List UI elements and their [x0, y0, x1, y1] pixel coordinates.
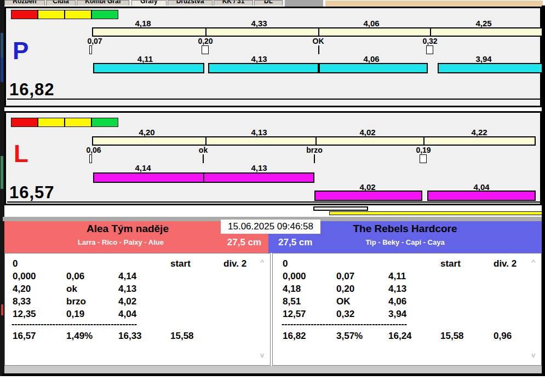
list-cell: 0,07 — [336, 270, 354, 283]
scroll-up-icon[interactable]: ^ — [531, 258, 536, 266]
l-sensor-marker-box — [420, 154, 427, 163]
l-split-label: 4,20 — [125, 128, 169, 137]
l-event-label: 0,19 — [401, 146, 445, 154]
status-light-red — [11, 10, 38, 19]
desktop-fragment — [1, 57, 3, 82]
l-event-label: ok — [181, 146, 225, 154]
p-split-label: 4,33 — [237, 19, 281, 28]
p-leg-bar — [319, 63, 428, 73]
status-light-yellow-1 — [38, 10, 65, 19]
lane-l-panel: 4,20 4,13 4,02 4,22 0,06 ok brzo 0,19 4,… — [4, 111, 542, 205]
lane-p-total-time: 16,82 — [9, 80, 55, 100]
list-cell: 3,94 — [388, 308, 406, 320]
l-sensor-marker-tick — [203, 154, 204, 163]
l-event-label: brzo — [292, 146, 336, 154]
l-split-bar — [92, 136, 536, 146]
list-separator: ----------------------------------------… — [12, 319, 137, 329]
p-split-bar — [92, 27, 545, 37]
list-cell: 4,20 — [13, 283, 31, 295]
tab-kk-31[interactable]: KK / 31 — [214, 0, 253, 5]
p-leg-label: 4,11 — [123, 54, 167, 64]
l-inner-baseline — [7, 201, 540, 203]
l-split-divider — [205, 137, 206, 145]
p-leg-label: 4,13 — [237, 54, 281, 64]
l-sensor-marker-tick — [314, 154, 315, 163]
lane-l-total-time: 16,57 — [9, 183, 55, 203]
tab-grafy[interactable]: Grafy — [131, 0, 167, 5]
list-cell: 4,13 — [118, 283, 136, 295]
p-sensor-marker-box — [426, 45, 433, 54]
list-cell: start — [170, 258, 191, 270]
p-leg-bar — [438, 63, 543, 73]
p-split-label: 4,06 — [349, 19, 393, 28]
scroll-down-icon[interactable]: v — [260, 351, 264, 359]
list-cell: brzo — [66, 296, 86, 308]
list-cell: 4,06 — [388, 296, 406, 308]
status-light-yellow-2 — [65, 118, 91, 127]
tab-bar: Rozbeh Cidla Kombi Graf Grafy Druzstva K… — [4, 0, 285, 5]
l-leg-label: 4,14 — [121, 163, 165, 172]
list-cell: div. 2 — [223, 258, 246, 270]
list-cell: 0,20 — [336, 283, 354, 295]
summary-cell: 15,58 — [170, 330, 194, 342]
summary-cell: 16,33 — [118, 330, 142, 342]
datetime-box: 15.06.2025 09:46:58 — [221, 220, 320, 234]
list-cell: 4,11 — [388, 270, 406, 283]
team-left-result-list[interactable]: 0 start div. 2 0,000 0,06 4,14 4,20 ok 4… — [4, 253, 271, 366]
p-sensor-marker-thin — [89, 45, 92, 54]
summary-cell: 0,96 — [494, 330, 512, 342]
status-light-yellow-2 — [65, 10, 91, 19]
tab-kombi-graf[interactable]: Kombi Graf — [77, 0, 129, 5]
list-cell: 0 — [283, 258, 288, 270]
list-cell: 0,32 — [336, 308, 354, 320]
tab-dl[interactable]: DL — [254, 0, 283, 5]
p-event-label: 0,20 — [183, 37, 227, 45]
summary-cell: 15,58 — [440, 330, 464, 342]
team-right-jump-height: 27,5 cm — [278, 237, 312, 248]
overflow-bar-white — [313, 206, 368, 211]
l-sensor-marker-thin — [89, 154, 92, 163]
status-light-green — [91, 118, 118, 127]
l-event-label: 0,06 — [72, 146, 116, 154]
team-left-jump-height: 27,5 cm — [219, 237, 269, 248]
list-cell: 4,18 — [283, 283, 301, 295]
list-cell: 0,19 — [66, 308, 84, 320]
status-light-red — [11, 118, 38, 127]
scroll-up-icon[interactable]: ^ — [260, 258, 265, 266]
p-inner-baseline — [7, 99, 540, 100]
summary-cell: 3,57% — [336, 330, 363, 342]
list-cell: start — [440, 258, 461, 270]
list-cell: div. 2 — [494, 258, 517, 270]
l-split-divider — [423, 137, 424, 145]
tab-rozbeh[interactable]: Rozbeh — [4, 0, 45, 5]
l-split-divider — [315, 137, 317, 145]
desktop-fragment — [1, 156, 3, 189]
lane-p-letter: P — [13, 40, 28, 62]
l-split-label: 4,02 — [346, 128, 389, 137]
list-cell: 12,35 — [13, 308, 36, 320]
tab-label: KK / 31 — [214, 0, 253, 5]
list-cell: 4,14 — [118, 270, 136, 283]
l-leg-bar — [427, 191, 536, 201]
scroll-down-icon[interactable]: v — [531, 351, 535, 359]
desktop-edge-strip — [0, 0, 4, 376]
team-right-result-list[interactable]: 0 start div. 2 0,000 0,07 4,11 4,18 0,20… — [272, 253, 542, 366]
tab-cidla[interactable]: Cidla — [46, 0, 76, 5]
l-split-label: 4,13 — [237, 128, 281, 137]
tab-label: Druzstva — [168, 0, 212, 5]
p-leg-bar — [93, 63, 204, 73]
p-sensor-marker-box — [202, 45, 209, 54]
list-cell: 0 — [13, 258, 18, 270]
l-split-label: 4,22 — [457, 128, 501, 137]
window-border-bottom — [2, 373, 545, 376]
summary-cell: 16,82 — [283, 330, 306, 342]
p-sensor-marker-tick — [318, 45, 319, 54]
l-leg-bar — [93, 172, 204, 183]
summary-cell: 16,57 — [13, 330, 36, 342]
l-leg-label: 4,13 — [237, 163, 281, 172]
horizontal-scrollbar[interactable] — [4, 366, 542, 373]
p-leg-label: 4,06 — [349, 54, 393, 64]
list-cell: 0,000 — [13, 270, 36, 283]
list-cell: 0,06 — [66, 270, 84, 283]
tab-druzstva[interactable]: Druzstva — [168, 0, 213, 5]
